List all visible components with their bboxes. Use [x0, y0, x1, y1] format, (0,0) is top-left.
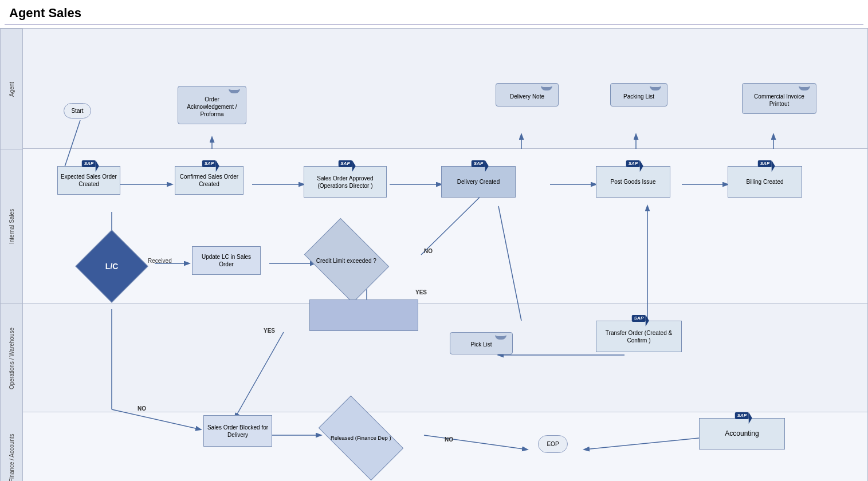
transfer-order-label: Transfer Order (Created & Confirm )	[599, 329, 679, 344]
so-blocked-label: Sales Order Blocked for Delivery	[206, 424, 269, 439]
post-goods-label: Post Goods Issue	[611, 178, 656, 186]
no2-label: NO	[138, 405, 146, 412]
billing-created-label: Billing Created	[746, 178, 783, 186]
sap-badge-approved: SAP	[338, 160, 352, 167]
pick-list-doc: Pick List	[450, 332, 513, 354]
accounting-box: Accounting	[699, 418, 785, 450]
lanes-column: Agent Internal Sales Operations / Wareho…	[0, 28, 23, 481]
transfer-order-box: Transfer Order (Created & Confirm )	[596, 321, 682, 352]
no-label-credit: NO	[424, 248, 433, 254]
sap-badge-post-goods: SAP	[626, 160, 640, 167]
yes-label-so-blocked: YES	[264, 328, 275, 334]
confirmed-so-label: Confirmed Sales Order Created	[178, 173, 241, 188]
eop-label: EOP	[547, 441, 559, 447]
expected-so-box: Expected Sales Order Created	[57, 166, 120, 195]
released-node: Released (Finance Dep )	[321, 415, 401, 461]
diagram-container: Agent Internal Sales Operations / Wareho…	[0, 28, 868, 481]
billing-created-node: SAP Billing Created	[728, 166, 802, 198]
lc-diamond: L/C	[75, 230, 148, 302]
packing-list-node: Packing List	[607, 83, 670, 107]
delivery-note-node: Delivery Note	[493, 83, 561, 107]
accounting-node: SAP Accounting	[699, 418, 785, 450]
lc-diamond-node: L/C	[77, 240, 146, 292]
start-node: Start	[52, 103, 103, 119]
diagram-area: Start Order Acknowledgement / Proforma D…	[23, 28, 868, 481]
delivery-note-label: Delivery Note	[510, 93, 544, 100]
sap-badge-confirmed: SAP	[202, 160, 216, 167]
lc-label: L/C	[105, 261, 119, 271]
lc-received-label: Received	[148, 258, 172, 264]
lane-row-operations	[23, 303, 867, 412]
delivery-note-doc: Delivery Note	[496, 83, 559, 107]
title-divider	[5, 24, 863, 25]
accounting-label: Accounting	[725, 429, 759, 439]
lane-operations: Operations / Warehouse	[1, 303, 22, 412]
post-goods-node: SAP Post Goods Issue	[596, 166, 670, 198]
lane-agent: Agent	[1, 29, 22, 149]
no-label-left: NO	[138, 405, 146, 412]
commercial-invoice-doc: Commercial Invoice Printout	[742, 83, 816, 114]
order-ack-label: Order Acknowledgement / Proforma	[187, 96, 237, 117]
expected-so-node: SAP Expected Sales Order Created	[57, 166, 120, 195]
page-title: Agent Sales	[0, 0, 868, 24]
sap-badge-transfer: SAP	[632, 315, 646, 322]
start-label: Start	[71, 108, 83, 114]
so-blocked-box: Sales Order Blocked for Delivery	[203, 415, 272, 447]
update-lc-node: Update LC in Sales Order	[189, 246, 264, 275]
no3-label: NO	[445, 436, 453, 443]
sap-badge-billing: SAP	[758, 160, 772, 167]
yes-label: YES	[415, 289, 427, 295]
order-ack-doc: Order Acknowledgement / Proforma	[178, 86, 246, 124]
so-approved-label: Sales Order Approved (Operations Directo…	[307, 175, 384, 190]
lane-internal-sales: Internal Sales	[1, 149, 22, 303]
yes2-label: YES	[264, 328, 275, 334]
no-label-released: NO	[445, 436, 453, 443]
start-pill: Start	[64, 103, 91, 119]
pick-list-label: Pick List	[470, 341, 492, 348]
update-lc-label: Update LC in Sales Order	[196, 253, 257, 268]
credit-exceeded-node	[307, 298, 421, 332]
sap-badge-expected: SAP	[82, 160, 96, 167]
so-blocked-node: Sales Order Blocked for Delivery	[201, 415, 275, 447]
credit-limit-node: Credit Limit exceeded ?	[309, 235, 384, 286]
commercial-invoice-node: Commercial Invoice Printout	[739, 83, 819, 114]
eop-node: EOP	[527, 435, 579, 453]
packing-list-label: Packing List	[623, 93, 654, 100]
commercial-invoice-label: Commercial Invoice Printout	[754, 93, 804, 107]
confirmed-so-box: Confirmed Sales Order Created	[175, 166, 243, 195]
pick-list-node: Pick List	[447, 332, 516, 354]
so-approved-box: Sales Order Approved (Operations Directo…	[304, 166, 387, 198]
expected-so-label: Expected Sales Order Created	[60, 173, 117, 188]
so-approved-node: SAP Sales Order Approved (Operations Dir…	[304, 166, 387, 198]
eop-pill: EOP	[538, 435, 567, 453]
delivery-created-label: Delivery Created	[457, 178, 500, 186]
delivery-created-box: Delivery Created	[441, 166, 516, 198]
packing-list-doc: Packing List	[610, 83, 667, 107]
sap-badge-delivery: SAP	[472, 160, 485, 167]
no-label: NO	[424, 248, 433, 254]
update-lc-box: Update LC in Sales Order	[192, 246, 261, 275]
order-ack-node: Order Acknowledgement / Proforma	[175, 86, 249, 124]
transfer-order-node: SAP Transfer Order (Created & Confirm )	[596, 321, 682, 352]
credit-exceeded-box	[309, 299, 418, 331]
yes-label-credit: YES	[415, 289, 427, 295]
delivery-created-node: SAP Delivery Created	[441, 166, 516, 198]
credit-limit-label: Credit Limit exceeded ?	[314, 255, 379, 267]
post-goods-box: Post Goods Issue	[596, 166, 670, 198]
released-label: Released (Finance Dep )	[328, 432, 394, 444]
confirmed-so-node: SAP Confirmed Sales Order Created	[175, 166, 243, 195]
billing-created-box: Billing Created	[728, 166, 802, 198]
lc-received-text: Received	[148, 258, 172, 264]
lane-finance: Finance / Accounts	[1, 412, 22, 481]
sap-badge-accounting: SAP	[735, 412, 749, 419]
